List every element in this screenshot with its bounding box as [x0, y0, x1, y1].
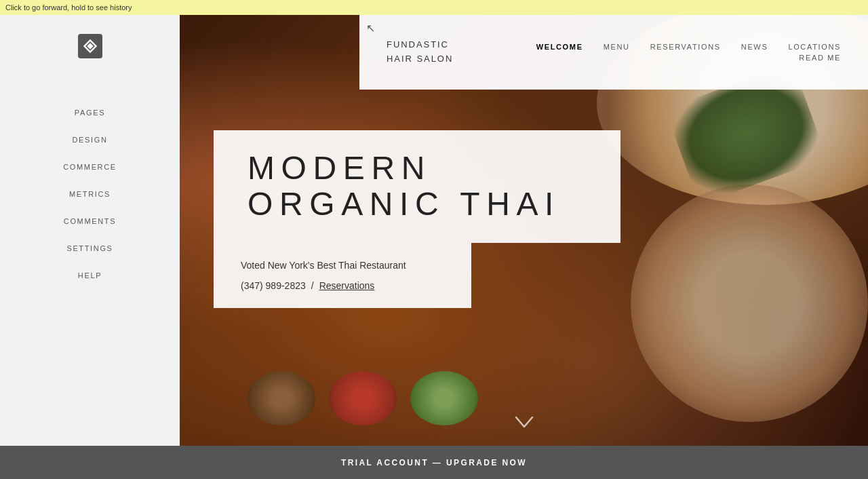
hero-title: MODERN ORGANIC THAI — [248, 151, 587, 223]
site-logo: FUNDASTIC HAIR SALON — [387, 38, 453, 66]
site-navbar: ↖ FUNDASTIC HAIR SALON WELCOME MENU RESE… — [359, 15, 868, 90]
site-nav-row-1: WELCOME MENU RESERVATIONS NEWS LOCATIONS — [536, 43, 841, 51]
sidebar-item-help[interactable]: HELP — [0, 262, 180, 289]
site-nav-links: WELCOME MENU RESERVATIONS NEWS LOCATIONS… — [536, 43, 841, 62]
hero-reservations-link[interactable]: Reservations — [319, 280, 375, 291]
sidebar-navigation: PAGES DESIGN COMMERCE METRICS COMMENTS S… — [0, 99, 180, 289]
sidebar-item-metrics[interactable]: METRICS — [0, 180, 180, 208]
sidebar-item-pages[interactable]: PAGES — [0, 99, 180, 126]
site-nav-row-2: READ ME — [799, 54, 841, 62]
site-nav-locations[interactable]: LOCATIONS — [788, 43, 841, 51]
hero-title-box: MODERN ORGANIC THAI — [214, 130, 620, 243]
site-nav-news[interactable]: NEWS — [741, 43, 768, 51]
sidebar-item-comments[interactable]: COMMENTS — [0, 208, 180, 235]
top-bar[interactable]: Click to go forward, hold to see history — [0, 0, 868, 15]
hero-section: ↖ FUNDASTIC HAIR SALON WELCOME MENU RESE… — [180, 15, 868, 446]
hero-separator: / — [311, 280, 314, 291]
hero-voted-text: Voted New York's Best Thai Restaurant — [241, 260, 444, 271]
site-nav-read-me[interactable]: READ ME — [799, 54, 841, 62]
back-button[interactable]: ↖ — [366, 22, 375, 35]
site-nav-reservations[interactable]: RESERVATIONS — [650, 43, 721, 51]
sidebar-item-design[interactable]: DESIGN — [0, 126, 180, 153]
hero-contact: (347) 989-2823 / Reservations — [241, 280, 444, 291]
hero-overlay: MODERN ORGANIC THAI Voted New York's Bes… — [180, 90, 868, 446]
squarespace-logo[interactable] — [78, 34, 102, 58]
top-bar-text: Click to go forward, hold to see history — [5, 3, 132, 12]
bottom-bar[interactable]: TRIAL ACCOUNT — UPGRADE NOW — [0, 446, 868, 479]
site-nav-welcome[interactable]: WELCOME — [536, 43, 583, 51]
scroll-indicator[interactable] — [514, 415, 534, 432]
hero-phone: (347) 989-2823 — [241, 280, 306, 291]
bottom-bar-text: TRIAL ACCOUNT — UPGRADE NOW — [341, 458, 527, 467]
hero-info-box: Voted New York's Best Thai Restaurant (3… — [214, 243, 471, 308]
sidebar-item-commerce[interactable]: COMMERCE — [0, 153, 180, 180]
sidebar: PAGES DESIGN COMMERCE METRICS COMMENTS S… — [0, 0, 180, 479]
site-nav-menu[interactable]: MENU — [604, 43, 630, 51]
sidebar-item-settings[interactable]: SETTINGS — [0, 235, 180, 262]
